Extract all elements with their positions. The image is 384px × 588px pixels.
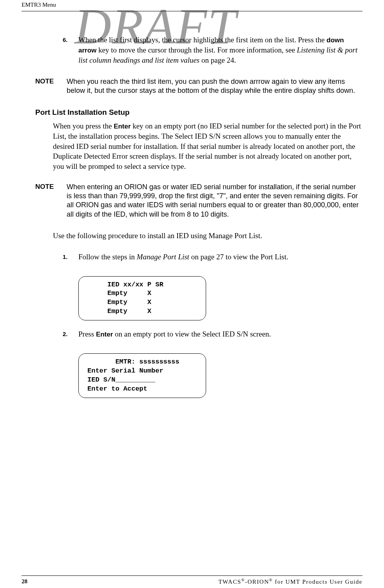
- cross-ref: Manage Port List: [137, 253, 189, 261]
- lcd-line: Empty X: [87, 289, 151, 297]
- header-rule: [22, 11, 362, 11]
- step-number: 6.: [63, 35, 78, 65]
- step-2: 2. Press Enter on an empty port to view …: [63, 329, 362, 339]
- step-1: 1. Follow the steps in Manage Port List …: [63, 252, 362, 262]
- running-header: EMTR3 Menu: [22, 0, 362, 9]
- note-label: NOTE: [35, 77, 67, 96]
- text: -ORION: [245, 579, 269, 585]
- step-text: When the list first displays, the cursor…: [78, 35, 362, 65]
- lcd-line: Enter Serial Number: [87, 367, 163, 375]
- step-text: Press Enter on an empty port to view the…: [78, 329, 362, 339]
- lcd-line: Empty X: [87, 308, 151, 315]
- text: TWACS: [218, 579, 241, 585]
- page-number: 28: [22, 577, 27, 586]
- text: When the list first displays, the cursor…: [78, 36, 326, 44]
- paragraph: Use the following procedure to install a…: [53, 231, 362, 241]
- lcd-line: Empty X: [87, 299, 151, 306]
- text: Press: [78, 330, 96, 338]
- step-number: 1.: [63, 252, 78, 262]
- lcd-display-1: IED xx/xx P SR Empty X Empty X Empty X: [78, 276, 206, 321]
- page-footer: 28 TWACS®-ORION® for UMT Products User G…: [22, 575, 362, 586]
- section-heading: Port List Installation Setup: [35, 107, 362, 118]
- note-text: When entering an ORION gas or water IED …: [67, 183, 362, 219]
- step-number: 2.: [63, 329, 78, 339]
- text: on page 27 to view the Port List.: [189, 253, 288, 261]
- text: Follow the steps in: [78, 253, 137, 261]
- lcd-line: Enter to Accept: [87, 385, 147, 393]
- text: key to move the cursor through the list.…: [96, 46, 297, 54]
- text: on page 24.: [199, 56, 236, 64]
- note-block: NOTE When you reach the third list item,…: [35, 77, 362, 96]
- note-block: NOTE When entering an ORION gas or water…: [35, 183, 362, 219]
- registered-icon: ®: [269, 578, 273, 582]
- paragraph: When you press the Enter key on an empty…: [53, 121, 362, 172]
- text: for UMT Products User Guide: [273, 579, 362, 585]
- footer-title: TWACS®-ORION® for UMT Products User Guid…: [218, 577, 362, 586]
- text: When you press the: [53, 122, 114, 130]
- registered-icon: ®: [241, 578, 245, 582]
- lcd-line: EMTR: ssssssssss: [87, 358, 179, 365]
- lcd-display-2: EMTR: ssssssssss Enter Serial Number IED…: [78, 353, 206, 398]
- key-name: Enter: [96, 331, 113, 338]
- step-6: 6. When the list first displays, the cur…: [63, 35, 362, 65]
- lcd-line: IED xx/xx P SR: [87, 281, 163, 288]
- key-name: Enter: [114, 123, 130, 130]
- note-text: When you reach the third list item, you …: [67, 77, 362, 96]
- note-label: NOTE: [35, 183, 67, 219]
- step-text: Follow the steps in Manage Port List on …: [78, 252, 362, 262]
- lcd-line: IED S/N__________: [87, 376, 155, 384]
- text: on an empty port to view the Select IED …: [113, 330, 271, 338]
